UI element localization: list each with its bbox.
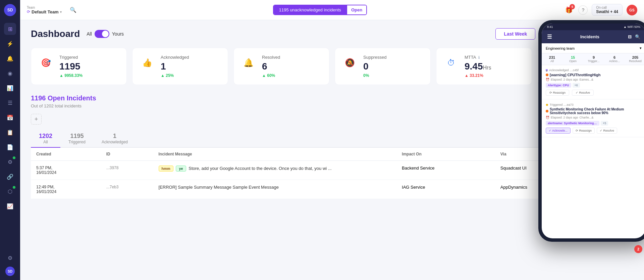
sidebar-item-integrations[interactable]: 🔗 xyxy=(4,171,16,183)
incident-impact: IAG Service xyxy=(396,180,495,199)
impact-on-filter[interactable]: Impact On ▾ xyxy=(575,114,608,124)
team-selector[interactable]: Team ⟳ Default Team ▾ xyxy=(27,6,62,14)
tag-hmm: hmm xyxy=(159,166,173,172)
mtta-icon: ⏱ xyxy=(443,55,459,71)
incident-message: [ERROR] Sample Summary Message Sample Ev… xyxy=(153,180,397,199)
incident-via: Squadcast UI xyxy=(495,161,580,180)
incidents-table: Created ID Incident Message Impact On Vi… xyxy=(31,148,633,199)
sidebar-item-reports[interactable]: 📊 xyxy=(4,82,16,94)
col-created: Created xyxy=(31,148,101,161)
stat-card-acknowledged: 👍 Acknowledged 1 ▲ 25% xyxy=(132,48,228,85)
tab-last-week[interactable]: Last Week xyxy=(495,28,535,40)
sidebar-item-new1[interactable]: ⚙ xyxy=(4,156,16,168)
alert-text: 1195 unacknowledged incidents xyxy=(274,5,346,14)
suppressed-value: 0 xyxy=(363,61,424,72)
topbar-right: 🎁 5 ? On-call Swathi + 44 GS xyxy=(564,4,637,16)
stat-card-mttr: ⏰ MTTR ℹ — xyxy=(537,48,633,85)
sidebar-item-list[interactable]: ☰ xyxy=(4,97,16,109)
alert-banner[interactable]: 1195 unacknowledged incidents Open xyxy=(273,5,367,15)
oncall-box[interactable]: On-call Swathi + 44 xyxy=(592,4,623,16)
search-button[interactable]: 🔍 xyxy=(70,7,76,13)
sidebar-item-user[interactable]: SD xyxy=(5,267,15,276)
toggle-all-label: All xyxy=(87,31,92,37)
incident-assigned: Kam... xyxy=(580,180,633,199)
toggle-yours-label: Yours xyxy=(112,31,124,37)
team-label: Team xyxy=(27,6,62,9)
incident-message: hmm ye Store, add your Google Account to… xyxy=(153,161,397,180)
alert-banner-container: 1195 unacknowledged incidents Open xyxy=(82,5,558,15)
acknowledged-change: ▲ 25% xyxy=(161,73,221,78)
gift-button[interactable]: 🎁 5 xyxy=(564,5,574,15)
sidebar-item-incidents[interactable]: 🔔 xyxy=(4,52,16,64)
mtta-hrs: Hrs xyxy=(483,65,491,71)
tab-all[interactable]: 1202 All xyxy=(31,130,60,148)
mtta-change: ▲ 33.21% xyxy=(465,73,525,78)
incidents-controls: + Filter By Impact On ▾ Via ▾ xyxy=(31,114,633,125)
custom-range-label: Custom Range xyxy=(589,31,621,37)
tab-last-month[interactable]: Last Month xyxy=(538,28,578,40)
suppressed-icon: 🔕 xyxy=(342,55,358,71)
sidebar: SD ⊞ ⚡ 🔔 ◉ 📊 ☰ 📅 📋 📄 ⚙ 🔗 ⬡ 📈 ⚙ SD xyxy=(0,0,20,280)
sidebar-item-analytics[interactable]: 📈 xyxy=(4,200,16,212)
resolved-change: ▲ 60% xyxy=(262,73,322,78)
mttr-label: MTTR ℹ xyxy=(566,55,626,60)
table-header-row: Created ID Incident Message Impact On Vi… xyxy=(31,148,633,161)
dashboard-header: Dashboard All Yours Last Week Last Month… xyxy=(31,28,633,40)
mttr-info-icon: ℹ xyxy=(581,55,582,59)
toggle-switch[interactable] xyxy=(95,30,109,38)
table-row[interactable]: 12:49 PM,16/01/2024 ...7eb3 [ERROR] Samp… xyxy=(31,180,633,199)
col-impact-on: Impact On xyxy=(396,148,495,161)
mttr-info: MTTR ℹ — xyxy=(566,55,626,73)
tab-acknowledged-label: Acknowledged xyxy=(102,140,128,144)
via-filter[interactable]: Via ▾ xyxy=(614,114,633,124)
suppressed-label: Suppressed xyxy=(363,55,424,60)
sidebar-item-calendar[interactable]: 📅 xyxy=(4,111,16,124)
tab-acknowledged[interactable]: 1 Acknowledged xyxy=(94,130,136,147)
acknowledged-label: Acknowledged xyxy=(161,55,221,60)
mtta-label: MTTA ℹ xyxy=(465,55,525,60)
page-content: Dashboard All Yours Last Week Last Month… xyxy=(20,20,644,280)
col-id: ID xyxy=(101,148,153,161)
triggered-info: Triggered 1195 ▲ 9958.33% xyxy=(59,55,120,78)
tab-acknowledged-count: 1 xyxy=(102,133,128,140)
sidebar-item-workflows[interactable]: ⬡ xyxy=(4,185,16,197)
add-incident-button[interactable]: + xyxy=(31,114,42,125)
help-button[interactable]: ? xyxy=(578,5,588,15)
acknowledged-icon: 👍 xyxy=(139,55,155,71)
incident-assigned: Man... xyxy=(580,161,633,180)
date-tabs: Last Week Last Month Custom Range ▾ xyxy=(495,28,633,40)
resolved-label: Resolved xyxy=(262,55,322,60)
sidebar-item-tasks[interactable]: 📋 xyxy=(4,126,16,138)
mttr-value: — xyxy=(566,61,626,72)
table-row[interactable]: 5:37 PM,16/01/2024 ...3978 hmm ye Store,… xyxy=(31,161,633,180)
all-yours-toggle: All Yours xyxy=(87,30,124,38)
stats-row: 🎯 Triggered 1195 ▲ 9958.33% 👍 Acknowledg… xyxy=(31,48,633,85)
col-assigned: Assi... xyxy=(580,148,633,161)
incident-id: ...3978 xyxy=(101,161,153,180)
chevron-down-icon: ▾ xyxy=(627,117,629,122)
oncall-label: On-call xyxy=(596,6,618,9)
incidents-title: 1196 Open Incidents xyxy=(31,94,633,102)
sidebar-item-alerts[interactable]: ⚡ xyxy=(4,38,16,50)
suppressed-change: 0% xyxy=(363,73,424,78)
mtta-value: 9.45Hrs xyxy=(465,61,525,72)
tag-ye: ye xyxy=(176,166,186,172)
incident-created: 5:37 PM,16/01/2024 xyxy=(31,161,101,180)
oncall-name: Swathi + 44 xyxy=(596,9,618,14)
sidebar-avatar[interactable]: SD xyxy=(4,4,16,16)
filter-by-label: Filter By xyxy=(553,116,570,122)
mtta-info: MTTA ℹ 9.45Hrs ▲ 33.21% xyxy=(465,55,525,78)
resolved-icon: 🔔 xyxy=(240,55,257,71)
tab-triggered[interactable]: 1195 Triggered xyxy=(60,130,94,147)
page-title: Dashboard xyxy=(31,29,80,39)
topbar: Team ⟳ Default Team ▾ 🔍 1195 unacknowled… xyxy=(20,0,644,20)
sidebar-item-services[interactable]: ◉ xyxy=(4,67,16,79)
sidebar-item-docs[interactable]: 📄 xyxy=(4,141,16,153)
stat-card-triggered: 🎯 Triggered 1195 ▲ 9958.33% xyxy=(31,48,127,85)
user-avatar[interactable]: GS xyxy=(627,5,637,15)
triggered-change: ▲ 9958.33% xyxy=(59,73,120,78)
tab-custom-range[interactable]: Custom Range ▾ xyxy=(581,28,633,40)
sidebar-item-settings[interactable]: ⚙ xyxy=(4,252,16,264)
sidebar-item-dashboard[interactable]: ⊞ xyxy=(4,23,16,35)
incident-created: 12:49 PM,16/01/2024 xyxy=(31,180,101,199)
